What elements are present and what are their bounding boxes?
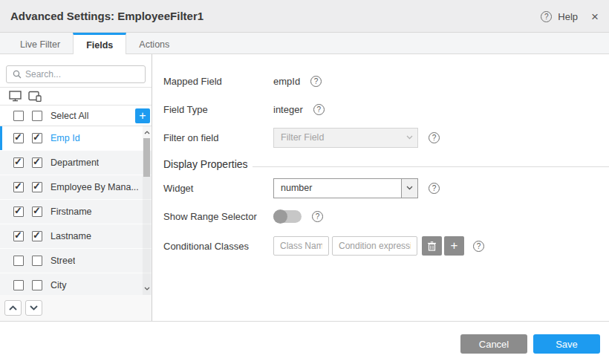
- mapped-field-value: empId: [273, 76, 300, 87]
- field-row-lastname[interactable]: ✓ ✓ Lastname: [0, 224, 152, 249]
- field-label: Lastname: [51, 231, 91, 241]
- add-field-button[interactable]: +: [135, 108, 150, 123]
- field-list: ✓ ✓ Emp Id ✓ ✓ Department ✓ ✓ Employee B…: [0, 126, 152, 295]
- conditional-classes-label: Conditional Classes: [163, 241, 273, 252]
- close-icon[interactable]: ×: [591, 10, 599, 23]
- filter-on-field-help-icon[interactable]: ?: [429, 132, 440, 143]
- field-row-department[interactable]: ✓ ✓ Department: [0, 151, 152, 175]
- mapped-field-help-icon[interactable]: ?: [310, 76, 322, 87]
- tab-live-filter[interactable]: Live Filter: [7, 33, 73, 54]
- fields-sidebar: ✓ ✓ Select All + ✓ ✓ Emp Id ✓ ✓ Departme…: [0, 54, 152, 321]
- help-link[interactable]: Help: [558, 11, 578, 22]
- field-row-city[interactable]: ✓ ✓ City: [0, 273, 152, 295]
- scrollbar-thumb[interactable]: [143, 138, 150, 177]
- select-all-label: Select All: [51, 111, 88, 121]
- field-properties-panel: Mapped Field empId ? Field Type integer …: [153, 54, 609, 321]
- class-name-input[interactable]: [273, 236, 329, 256]
- dialog-title: Advanced Settings: EmployeeFilter1: [10, 10, 203, 22]
- select-all-row[interactable]: ✓ ✓ Select All +: [0, 105, 152, 126]
- field-type-label: Field Type: [163, 104, 273, 115]
- mobile-checkbox[interactable]: ✓: [32, 280, 42, 290]
- titlebar: Advanced Settings: EmployeeFilter1 ? Hel…: [0, 0, 609, 33]
- show-range-selector-toggle[interactable]: [273, 210, 302, 223]
- toggle-knob: [273, 209, 287, 224]
- field-row-employee-by-manager[interactable]: ✓ ✓ Employee By Mana...: [0, 175, 152, 200]
- list-scrollbar[interactable]: [143, 126, 151, 295]
- display-properties-title: Display Properties: [163, 158, 248, 170]
- tab-fields[interactable]: Fields: [73, 33, 126, 55]
- select-all-web-checkbox[interactable]: ✓: [13, 111, 24, 121]
- mobile-checkbox[interactable]: ✓: [32, 133, 42, 143]
- add-condition-button[interactable]: +: [444, 236, 464, 256]
- mobile-checkbox[interactable]: ✓: [32, 157, 42, 168]
- show-range-selector-help-icon[interactable]: ?: [312, 211, 323, 222]
- widget-select[interactable]: number: [273, 178, 418, 198]
- field-label: Emp Id: [51, 133, 80, 143]
- show-range-selector-row: Show Range Selector ?: [163, 206, 609, 227]
- conditional-classes-help-icon[interactable]: ?: [473, 241, 484, 252]
- cancel-button[interactable]: Cancel: [460, 334, 527, 354]
- web-checkbox[interactable]: ✓: [13, 182, 24, 192]
- web-checkbox[interactable]: ✓: [13, 256, 24, 266]
- mobile-checkbox[interactable]: ✓: [32, 256, 42, 266]
- tab-actions[interactable]: Actions: [126, 33, 182, 54]
- widget-row: Widget number ?: [163, 178, 609, 198]
- dialog-body: ✓ ✓ Select All + ✓ ✓ Emp Id ✓ ✓ Departme…: [0, 54, 609, 321]
- field-type-row: Field Type integer ?: [163, 99, 609, 120]
- chevron-down-icon: [401, 179, 417, 198]
- titlebar-actions: ? Help ×: [541, 0, 599, 33]
- web-checkbox[interactable]: ✓: [13, 157, 24, 168]
- scroll-down-icon[interactable]: [143, 284, 151, 293]
- filter-on-field-row: Filter on field Filter Field ?: [163, 127, 609, 148]
- web-checkbox[interactable]: ✓: [13, 231, 24, 241]
- search-section: [0, 54, 152, 88]
- widget-label: Widget: [163, 183, 273, 194]
- mapped-field-row: Mapped Field empId ?: [163, 71, 609, 91]
- mobile-checkbox[interactable]: ✓: [32, 182, 42, 192]
- chevron-down-icon: [401, 129, 417, 147]
- field-label: Employee By Mana...: [51, 182, 138, 192]
- field-row-firstname[interactable]: ✓ ✓ Firstname: [0, 200, 152, 224]
- desktop-icon[interactable]: [9, 91, 22, 102]
- filter-field-select[interactable]: Filter Field: [273, 128, 418, 148]
- widget-help-icon[interactable]: ?: [429, 183, 440, 194]
- web-checkbox[interactable]: ✓: [13, 280, 24, 290]
- web-checkbox[interactable]: ✓: [13, 133, 24, 143]
- chevron-down-icon: [30, 305, 38, 311]
- section-divider: [253, 166, 609, 167]
- field-type-value: integer: [273, 104, 303, 115]
- dialog-footer: Cancel Save: [0, 321, 609, 364]
- move-up-button[interactable]: [4, 300, 22, 316]
- tabbar: Live Filter Fields Actions: [0, 33, 609, 54]
- field-label: Department: [51, 157, 99, 168]
- mobile-tablet-icon[interactable]: [28, 91, 42, 102]
- mobile-checkbox[interactable]: ✓: [32, 231, 42, 241]
- web-checkbox[interactable]: ✓: [13, 207, 24, 217]
- field-row-street[interactable]: ✓ ✓ Street: [0, 249, 152, 273]
- filter-on-field-label: Filter on field: [163, 132, 273, 143]
- show-range-selector-label: Show Range Selector: [163, 211, 273, 222]
- reorder-controls: [0, 295, 152, 321]
- help-icon[interactable]: ?: [541, 11, 552, 22]
- field-label: City: [51, 280, 67, 290]
- advanced-settings-dialog: Advanced Settings: EmployeeFilter1 ? Hel…: [0, 0, 609, 364]
- device-columns-row: [0, 88, 152, 105]
- mobile-checkbox[interactable]: ✓: [32, 207, 42, 217]
- condition-expression-input[interactable]: [332, 236, 417, 256]
- search-icon: [13, 70, 22, 79]
- move-down-button[interactable]: [25, 300, 42, 316]
- field-label: Street: [51, 256, 75, 266]
- search-box[interactable]: [6, 65, 146, 83]
- save-button[interactable]: Save: [533, 334, 600, 354]
- conditional-classes-row: Conditional Classes + ?: [163, 235, 609, 256]
- scroll-up-icon[interactable]: [143, 128, 151, 137]
- field-row-emp-id[interactable]: ✓ ✓ Emp Id: [0, 126, 152, 151]
- delete-condition-button[interactable]: [422, 236, 442, 256]
- search-input[interactable]: [25, 69, 145, 79]
- field-label: Firstname: [51, 207, 92, 217]
- mapped-field-label: Mapped Field: [163, 76, 273, 87]
- display-properties-section: Display Properties: [163, 158, 609, 170]
- field-type-help-icon[interactable]: ?: [313, 104, 325, 115]
- select-all-mobile-checkbox[interactable]: ✓: [32, 111, 42, 121]
- trash-icon: [428, 241, 436, 251]
